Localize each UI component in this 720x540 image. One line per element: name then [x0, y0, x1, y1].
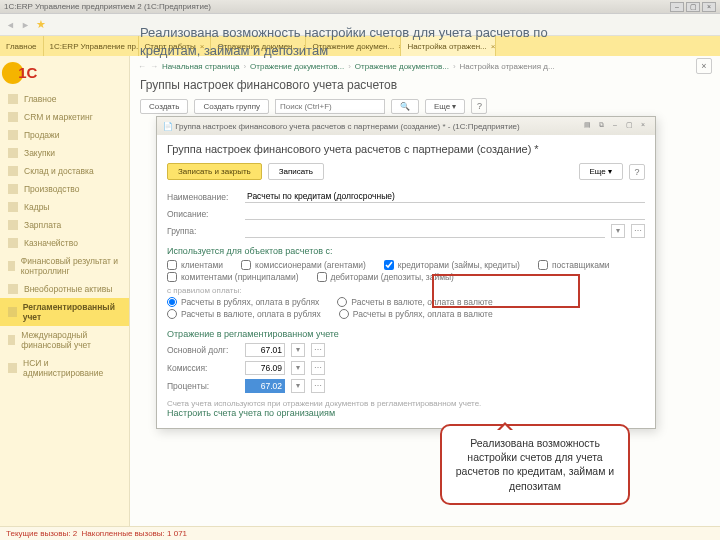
close-button[interactable]: × — [702, 2, 716, 12]
back-icon[interactable]: ◄ — [6, 20, 15, 30]
dialog-help-button[interactable]: ? — [629, 164, 645, 180]
sidebar-item-intl[interactable]: Международный финансовый учет — [0, 326, 129, 354]
name-input[interactable] — [245, 190, 645, 203]
main-dd-icon[interactable]: ▾ — [291, 343, 305, 357]
nsi-icon — [8, 363, 17, 373]
save-button[interactable]: Записать — [268, 163, 324, 180]
production-icon — [8, 184, 18, 194]
crumb-3[interactable]: Отражение документов... — [355, 62, 449, 71]
maximize-button[interactable]: ▢ — [686, 2, 700, 12]
crumb-home[interactable]: Начальная страница — [162, 62, 239, 71]
main-area: ← → Начальная страница› Отражение докуме… — [130, 56, 720, 526]
dialog-close-icon[interactable]: × — [637, 121, 649, 131]
sidebar-item-main[interactable]: Главное — [0, 90, 129, 108]
callout-bubble: Реализована возможность настройки счетов… — [440, 424, 630, 505]
sidebar-item-assets[interactable]: Внеоборотные активы — [0, 280, 129, 298]
page-title: Группы настроек финансового учета расчет… — [130, 76, 720, 98]
sidebar-item-hr[interactable]: Кадры — [0, 198, 129, 216]
ck-debtors[interactable]: дебиторами (депозиты, займы) — [317, 272, 454, 282]
section-objects: Используется для объектов расчетов с: — [167, 240, 645, 258]
ck-commissioners[interactable]: комиссионерами (агентами) — [241, 260, 366, 270]
sidebar-item-treasury[interactable]: Казначейство — [0, 234, 129, 252]
more-button[interactable]: Еще ▾ — [425, 99, 466, 114]
ck-clients[interactable]: клиентами — [167, 260, 223, 270]
search-input[interactable] — [275, 99, 385, 114]
label-commission: Комиссия: — [167, 363, 239, 373]
label-percent: Проценты: — [167, 381, 239, 391]
hr-icon — [8, 202, 18, 212]
rd-vr[interactable]: Расчеты в валюте, оплата в рублях — [167, 309, 321, 319]
dialog-min-icon[interactable]: – — [609, 121, 621, 131]
group-input[interactable] — [245, 225, 605, 238]
sidebar-item-regaccount[interactable]: Регламентированный учет — [0, 298, 129, 326]
back-icon[interactable]: ← — [138, 62, 146, 71]
tab-refl2[interactable]: Отражение докумен...× — [306, 36, 401, 56]
forward-icon[interactable]: → — [150, 62, 158, 71]
comm-dd-icon[interactable]: ▾ — [291, 361, 305, 375]
callout-text: Реализована возможность настройки счетов… — [456, 437, 614, 492]
status-current: Текущие вызовы: 2 — [6, 529, 77, 538]
create-button[interactable]: Создать — [140, 99, 188, 114]
svg-text:1С: 1С — [18, 64, 37, 81]
pct-open-icon[interactable]: ⋯ — [311, 379, 325, 393]
tab-main[interactable]: Главное — [0, 36, 44, 56]
create-group-button[interactable]: Создать группу — [194, 99, 269, 114]
rd-rv[interactable]: Расчеты в рублях, оплата в валюте — [339, 309, 493, 319]
tab-refl1[interactable]: Отражение докумен...× — [211, 36, 306, 56]
search-button[interactable]: 🔍 — [391, 99, 419, 114]
sidebar-item-production[interactable]: Производство — [0, 180, 129, 198]
group-open-icon[interactable]: ⋯ — [631, 224, 645, 238]
comm-open-icon[interactable]: ⋯ — [311, 361, 325, 375]
save-close-button[interactable]: Записать и закрыть — [167, 163, 262, 180]
hint-text: Счета учета используются при отражении д… — [167, 395, 645, 408]
tabstrip: Главное 1С:ERP Управление пр...× Старт р… — [0, 36, 720, 56]
ck-commitents[interactable]: комитентами (принципалами) — [167, 272, 299, 282]
org-accounts-link[interactable]: Настроить счета учета по организациям — [167, 408, 335, 418]
commission-input[interactable] — [245, 361, 285, 375]
rd-vv[interactable]: Расчеты в валюте, оплата в валюте — [337, 297, 492, 307]
main-debt-input[interactable] — [245, 343, 285, 357]
sidebar-item-warehouse[interactable]: Склад и доставка — [0, 162, 129, 180]
sidebar: 1С Главное CRM и маркетинг Продажи Закуп… — [0, 56, 130, 526]
dialog-pin-icon[interactable]: ⧉ — [595, 121, 607, 131]
dialog-title: Группа настроек финансового учета расчет… — [175, 122, 519, 131]
group-dropdown-icon[interactable]: ▾ — [611, 224, 625, 238]
tab-start[interactable]: Старт работы× — [139, 36, 212, 56]
ck-suppliers[interactable]: поставщиками — [538, 260, 610, 270]
sidebar-item-salary[interactable]: Зарплата — [0, 216, 129, 234]
window-title: 1С:ERP Управление предприятием 2 (1С:Пре… — [4, 2, 211, 11]
crm-icon — [8, 112, 18, 122]
dialog-heading: Группа настроек финансового учета расчет… — [157, 135, 655, 159]
sidebar-item-sales[interactable]: Продажи — [0, 126, 129, 144]
sidebar-item-purchase[interactable]: Закупки — [0, 144, 129, 162]
rd-rr[interactable]: Расчеты в рублях, оплата в рублях — [167, 297, 319, 307]
objects-checks: клиентами комиссионерами (агентами) кред… — [167, 258, 645, 286]
dialog-max-icon[interactable]: ▢ — [623, 121, 635, 131]
descr-input[interactable] — [245, 207, 645, 220]
sidebar-item-crm[interactable]: CRM и маркетинг — [0, 108, 129, 126]
forward-icon[interactable]: ► — [21, 20, 30, 30]
top-toolbar: ◄ ► ★ — [0, 14, 720, 36]
percent-input[interactable] — [245, 379, 285, 393]
sidebar-item-finresult[interactable]: Финансовый результат и контроллинг — [0, 252, 129, 280]
favorite-icon[interactable]: ★ — [36, 18, 46, 31]
crumb-2[interactable]: Отражение документов... — [250, 62, 344, 71]
help-button[interactable]: ? — [471, 98, 487, 114]
main-open-icon[interactable]: ⋯ — [311, 343, 325, 357]
crumb-current: Настройка отражения д... — [460, 62, 555, 71]
tab-settings[interactable]: Настройка отражен...× — [401, 36, 496, 56]
sidebar-item-nsi[interactable]: НСИ и администрирование — [0, 354, 129, 382]
warehouse-icon — [8, 166, 18, 176]
minimize-button[interactable]: – — [670, 2, 684, 12]
close-page-button[interactable]: × — [696, 58, 712, 74]
dialog-more-button[interactable]: Еще ▾ — [579, 163, 624, 180]
pct-dd-icon[interactable]: ▾ — [291, 379, 305, 393]
ck-creditors[interactable]: кредиторами (займы, кредиты) — [384, 260, 520, 270]
payment-radios: Расчеты в рублях, оплата в рублях Расчет… — [167, 295, 645, 323]
label-descr: Описание: — [167, 209, 239, 219]
tab-erp[interactable]: 1С:ERP Управление пр...× — [44, 36, 139, 56]
section-payment: с правилом оплаты: — [167, 286, 645, 295]
dialog-calc-icon[interactable]: ▤ — [581, 121, 593, 131]
folder-icon: 📄 — [163, 122, 173, 131]
treasury-icon — [8, 238, 18, 248]
